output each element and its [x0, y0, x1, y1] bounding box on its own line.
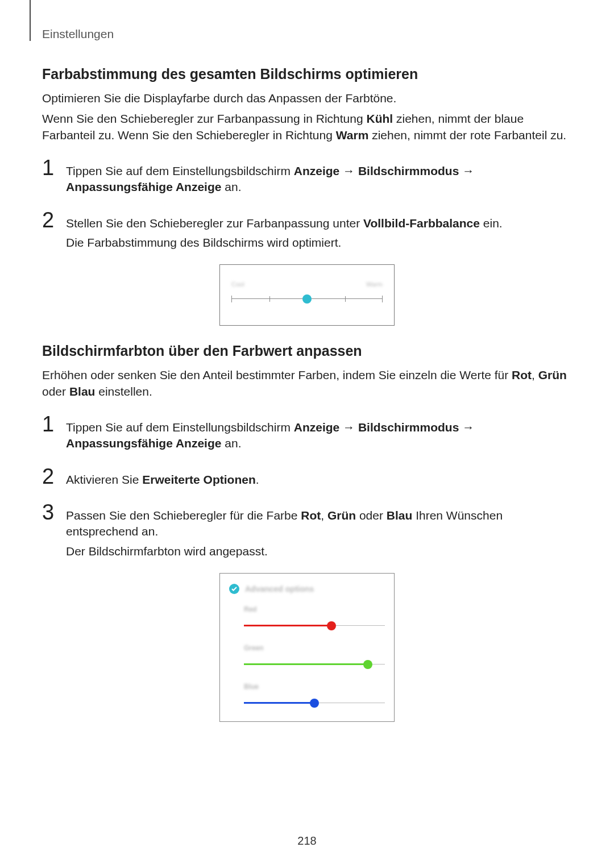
color-balance-illustration: Cool Warm — [219, 264, 395, 326]
section2-step3: 3 Passen Sie den Schieberegler für die F… — [42, 501, 572, 563]
section2-intro: Erhöhen oder senken Sie den Anteil besti… — [42, 367, 572, 400]
section1-heading: Farbabstimmung des gesamten Bildschirms … — [42, 66, 572, 82]
green-slider[interactable] — [244, 660, 385, 669]
blue-slider[interactable] — [244, 699, 385, 708]
step-number: 2 — [42, 466, 59, 487]
green-slider-thumb[interactable] — [363, 660, 372, 669]
blue-slider-thumb[interactable] — [310, 699, 319, 708]
section1-step1: 1 Tippen Sie auf dem Einstellungsbildsch… — [42, 157, 572, 199]
section2-step1: 1 Tippen Sie auf dem Einstellungsbildsch… — [42, 413, 572, 455]
page-number: 218 — [0, 834, 614, 848]
cool-label: Cool — [231, 281, 244, 288]
green-label: Green — [244, 644, 385, 652]
section1-explain: Wenn Sie den Schieberegler zur Farbanpas… — [42, 111, 572, 143]
blue-label: Blue — [244, 683, 385, 691]
advanced-options-label: Advanced options — [245, 584, 314, 593]
section1-step2: 2 Stellen Sie den Schieberegler zur Farb… — [42, 209, 572, 255]
section2-heading: Bildschirmfarbton über den Farbwert anpa… — [42, 343, 572, 359]
red-slider-thumb[interactable] — [327, 621, 336, 630]
advanced-options-illustration: Advanced options Red Green Blue — [219, 573, 395, 722]
red-label: Red — [244, 605, 385, 613]
balance-slider-thumb[interactable] — [302, 294, 312, 304]
step-number: 1 — [42, 413, 59, 435]
step-number: 1 — [42, 157, 59, 178]
red-slider[interactable] — [244, 621, 385, 630]
balance-slider[interactable] — [231, 293, 383, 305]
step-number: 3 — [42, 501, 59, 523]
step-number: 2 — [42, 209, 59, 231]
breadcrumb: Einstellungen — [42, 27, 572, 41]
green-slider-row: Green — [244, 644, 385, 669]
checkmark-icon — [229, 584, 239, 594]
section1-intro: Optimieren Sie die Displayfarbe durch da… — [42, 90, 572, 106]
blue-slider-row: Blue — [244, 683, 385, 708]
red-slider-row: Red — [244, 605, 385, 630]
section2-step2: 2 Aktivieren Sie Erweiterte Optionen. — [42, 466, 572, 491]
warm-label: Warm — [366, 281, 383, 288]
